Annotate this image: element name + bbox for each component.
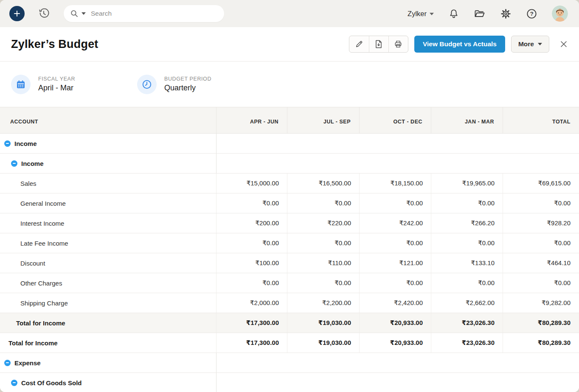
value-cell: ₹928.20 bbox=[503, 213, 579, 233]
quick-create-button[interactable] bbox=[9, 6, 25, 21]
value-cell: ₹0.00 bbox=[359, 193, 431, 213]
search-input[interactable] bbox=[91, 10, 197, 17]
value-cell: ₹80,289.30 bbox=[503, 333, 579, 353]
printer-icon bbox=[394, 40, 402, 48]
export-pdf-button[interactable] bbox=[369, 36, 388, 52]
svg-text:?: ? bbox=[530, 11, 533, 17]
value-cell: ₹110.00 bbox=[287, 253, 360, 273]
search-icon bbox=[70, 10, 78, 17]
value-cell: ₹17,300.00 bbox=[216, 313, 287, 333]
global-search bbox=[64, 5, 224, 22]
account-label: Shipping Charge bbox=[20, 300, 68, 307]
account-cell: Expense bbox=[0, 353, 216, 372]
history-icon bbox=[37, 7, 50, 20]
user-avatar[interactable] bbox=[552, 6, 568, 22]
notifications-bell-icon[interactable] bbox=[448, 8, 459, 19]
page-header: Zylker’s Budget bbox=[0, 27, 579, 62]
org-switcher[interactable]: Zylker bbox=[408, 10, 434, 18]
value-cell: ₹80,289.30 bbox=[503, 313, 579, 333]
close-button[interactable] bbox=[559, 40, 568, 48]
table-row: Income bbox=[0, 154, 579, 174]
value-cell: ₹0.00 bbox=[503, 233, 579, 253]
help-question-icon[interactable]: ? bbox=[526, 8, 537, 20]
account-cell: Income bbox=[0, 154, 216, 173]
value-cell: ₹464.10 bbox=[503, 253, 579, 273]
table-row: Income bbox=[0, 134, 579, 154]
value-cell: ₹0.00 bbox=[503, 193, 579, 213]
value-cell: ₹23,026.30 bbox=[431, 313, 503, 333]
table-row: Interest Income₹200.00₹220.00₹242.00₹266… bbox=[0, 213, 579, 233]
column-header-jul-sep[interactable]: JUL - SEP bbox=[287, 107, 360, 133]
account-cell: Total for Income bbox=[0, 313, 216, 333]
value-cell: ₹16,500.00 bbox=[287, 174, 360, 193]
account-label: Other Charges bbox=[20, 280, 62, 287]
account-label: Interest Income bbox=[20, 220, 64, 227]
column-header-total[interactable]: TOTAL bbox=[503, 107, 579, 133]
value-cell: ₹19,030.00 bbox=[287, 313, 360, 333]
value-cell: ₹0.00 bbox=[359, 233, 431, 253]
table-header: ACCOUNT APR - JUN JUL - SEP OCT - DEC JA… bbox=[0, 107, 579, 134]
clock-icon bbox=[137, 75, 157, 94]
account-cell: Cost Of Goods Sold bbox=[0, 373, 216, 392]
value-cell: ₹23,026.30 bbox=[431, 333, 503, 353]
empty-values-cell bbox=[216, 134, 579, 153]
account-cell: Other Charges bbox=[0, 273, 216, 293]
column-header-apr-jun[interactable]: APR - JUN bbox=[216, 107, 287, 133]
value-cell: ₹9,282.00 bbox=[503, 293, 579, 313]
settings-gear-icon[interactable] bbox=[500, 8, 512, 20]
org-name: Zylker bbox=[408, 10, 427, 18]
collapse-minus-icon[interactable] bbox=[11, 160, 17, 167]
column-header-oct-dec[interactable]: OCT - DEC bbox=[360, 107, 431, 133]
account-cell: Discount bbox=[0, 253, 216, 273]
collapse-minus-icon[interactable] bbox=[4, 140, 11, 147]
search-scope-caret-icon[interactable] bbox=[82, 12, 86, 15]
more-button-label: More bbox=[518, 40, 534, 48]
fiscal-year-value: April - Mar bbox=[38, 84, 75, 92]
value-cell: ₹17,300.00 bbox=[216, 333, 287, 353]
account-label: Sales bbox=[20, 180, 37, 187]
value-cell: ₹220.00 bbox=[287, 213, 360, 233]
column-header-jan-mar[interactable]: JAN - MAR bbox=[431, 107, 503, 133]
value-cell: ₹20,933.00 bbox=[359, 333, 431, 353]
empty-values-cell bbox=[216, 353, 579, 372]
account-label: Income bbox=[21, 160, 44, 167]
value-cell: ₹0.00 bbox=[287, 273, 360, 293]
value-cell: ₹0.00 bbox=[287, 233, 360, 253]
more-button[interactable]: More bbox=[511, 36, 549, 53]
account-label: General Income bbox=[20, 200, 66, 207]
print-button[interactable] bbox=[388, 36, 408, 52]
column-header-account[interactable]: ACCOUNT bbox=[0, 107, 216, 133]
budget-meta-row: FISCAL YEAR April - Mar BUDGET PERIOD Qu… bbox=[0, 62, 579, 107]
table-row: Cost Of Goods Sold bbox=[0, 373, 579, 392]
account-cell: Late Fee Income bbox=[0, 233, 216, 253]
account-label: Late Fee Income bbox=[20, 240, 68, 247]
view-budget-vs-actuals-button[interactable]: View Budget vs Actuals bbox=[414, 36, 505, 53]
value-cell: ₹0.00 bbox=[431, 233, 503, 253]
value-cell: ₹15,000.00 bbox=[216, 174, 287, 193]
account-label: Total for Income bbox=[16, 319, 65, 327]
collapse-minus-icon[interactable] bbox=[11, 380, 17, 386]
empty-values-cell bbox=[216, 373, 579, 392]
value-cell: ₹0.00 bbox=[216, 193, 287, 213]
page-header-actions: View Budget vs Actuals More bbox=[349, 36, 568, 53]
table-row: Other Charges₹0.00₹0.00₹0.00₹0.00₹0.00 bbox=[0, 273, 579, 293]
pencil-icon bbox=[355, 40, 363, 48]
app-window: Zylker bbox=[0, 0, 579, 392]
value-cell: ₹0.00 bbox=[359, 273, 431, 293]
chevron-down-icon bbox=[430, 13, 434, 15]
calendar-icon bbox=[11, 75, 31, 94]
table-body: IncomeIncomeSales₹15,000.00₹16,500.00₹18… bbox=[0, 134, 579, 392]
collapse-minus-icon[interactable] bbox=[4, 360, 11, 366]
edit-button[interactable] bbox=[349, 36, 369, 52]
documents-folder-icon[interactable] bbox=[474, 8, 486, 20]
top-bar: Zylker bbox=[0, 0, 579, 27]
table-row: General Income₹0.00₹0.00₹0.00₹0.00₹0.00 bbox=[0, 193, 579, 213]
value-cell: ₹0.00 bbox=[287, 193, 360, 213]
value-cell: ₹0.00 bbox=[216, 233, 287, 253]
value-cell: ₹19,965.00 bbox=[431, 174, 503, 193]
value-cell: ₹69,615.00 bbox=[503, 174, 579, 193]
recent-history-button[interactable] bbox=[37, 7, 50, 20]
value-cell: ₹121.00 bbox=[359, 253, 431, 273]
pdf-file-icon bbox=[375, 40, 382, 48]
value-cell: ₹19,030.00 bbox=[287, 333, 360, 353]
